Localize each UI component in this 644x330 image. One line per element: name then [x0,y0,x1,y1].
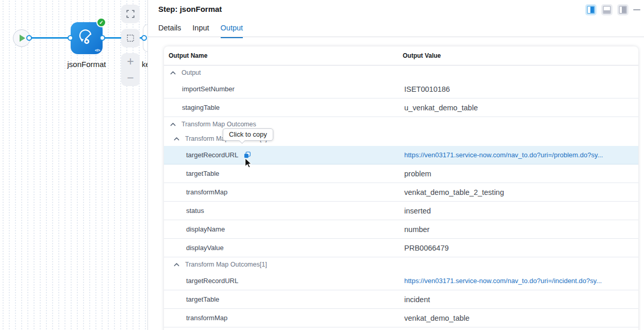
tab-details[interactable]: Details [158,24,181,38]
output-value-link[interactable]: https://ven03171.service-now.com/nav_to.… [404,151,603,159]
play-icon [20,35,25,42]
table-row: displayNamenumber [164,220,638,239]
layout-split-right-icon[interactable] [585,4,597,15]
table-row: stagingTableu_venkat_demo_table [164,98,638,117]
output-name: displayValue [186,244,224,252]
marquee-select-button[interactable] [121,29,140,47]
step-detail-panel: Step: jsonFormat Details Input Output Ou… [148,0,644,330]
output-name: targetRecordURL [186,277,238,285]
table-row: targetTableincident [164,290,638,309]
connector-port[interactable] [26,35,32,41]
output-name: status [186,207,204,214]
output-value: problem [404,170,431,178]
group-row[interactable]: Output [164,65,638,80]
output-value: incident [404,295,430,304]
check-badge-icon: ✓ [96,18,106,27]
output-name: displayName [186,225,225,233]
connector-port[interactable] [68,35,73,41]
table-row: importSetNumberISET0010186 [164,80,638,98]
zoom-in-button[interactable]: + [127,55,134,68]
output-name: stagingTable [182,104,220,111]
tab-output[interactable]: Output [221,24,243,38]
group-label[interactable]: Transform Map Outcomes [181,121,256,128]
tooltip-text: Click to copy [229,130,267,138]
minimize-icon[interactable] [633,9,640,11]
output-name: transformMap [186,188,227,196]
output-value: venkat_demo_table [404,314,470,322]
connector-port[interactable] [100,35,105,41]
output-value: venkat_demo_table_2_testing [404,188,504,196]
output-table-card: Output Name Output Value OutputimportSet… [164,46,638,330]
group-label[interactable]: Transform Map Outcomes[1] [185,261,267,268]
connector-port[interactable] [141,35,147,41]
copy-button[interactable] [243,151,251,159]
code-icon: </> [95,48,100,53]
output-name: targetTable [186,295,219,303]
layout-panel-right-icon[interactable] [617,4,629,15]
panel-window-controls [585,4,640,15]
fit-to-screen-button[interactable] [121,5,140,23]
chevron-up-icon[interactable] [174,262,179,267]
json-format-step-icon [78,29,95,47]
table-row: transformMapvenkat_demo_table [164,309,638,327]
table-row: targetTableproblem [164,164,638,183]
output-value: inserted [404,207,431,215]
column-header-output-name: Output Name [169,52,207,59]
zoom-controls: + − [121,53,140,86]
layout-split-bottom-icon[interactable] [601,4,613,15]
output-value: PRB0066479 [404,244,449,252]
copy-tooltip: Click to copy [223,128,273,141]
output-value: u_venkat_demo_table [404,104,478,112]
panel-title: Step: jsonFormat [158,5,222,13]
table-row: targetRecordURLhttps://ven03171.service-… [164,146,638,164]
table-header-row: Output Name Output Value [164,46,638,65]
output-value-link[interactable]: https://ven03171.service-now.com/nav_to.… [404,277,602,285]
output-value: ISET0010186 [404,85,450,93]
panel-tabs: Details Input Output [158,24,243,38]
fit-to-screen-icon [126,9,135,19]
tabs-divider [148,37,644,37]
output-name: targetRecordURL [186,151,238,159]
group-row[interactable]: Transform Map Outcomes[1] [164,257,638,272]
table-row: targetRecordURLhttps://ven03171.service-… [164,272,638,290]
tab-input[interactable]: Input [192,24,209,38]
step-node-jsonformat[interactable]: </> ✓ [71,22,103,54]
node-label: jsonFormat [55,60,118,69]
table-row: statusinserted [164,202,638,220]
marquee-select-icon [126,34,135,43]
table-body: OutputimportSetNumberISET0010186stagingT… [164,65,638,327]
group-label[interactable]: Output [181,69,201,76]
output-name: targetTable [186,170,219,177]
zoom-out-button[interactable]: − [127,71,134,85]
output-name: transformMap [186,314,227,322]
chevron-up-icon[interactable] [170,71,176,75]
table-row: transformMapvenkat_demo_table_2_testing [164,183,638,202]
column-header-output-value: Output Value [403,52,441,59]
flow-canvas[interactable]: </> ✓ jsonFormat ke + − [0,0,148,330]
chevron-up-icon[interactable] [170,122,176,126]
output-value: number [404,225,430,234]
table-row: displayValuePRB0066479 [164,239,638,257]
node-label-partial: ke [142,60,148,69]
copy-icon[interactable] [243,151,251,159]
output-name: importSetNumber [182,85,235,93]
chevron-up-icon[interactable] [174,137,179,141]
